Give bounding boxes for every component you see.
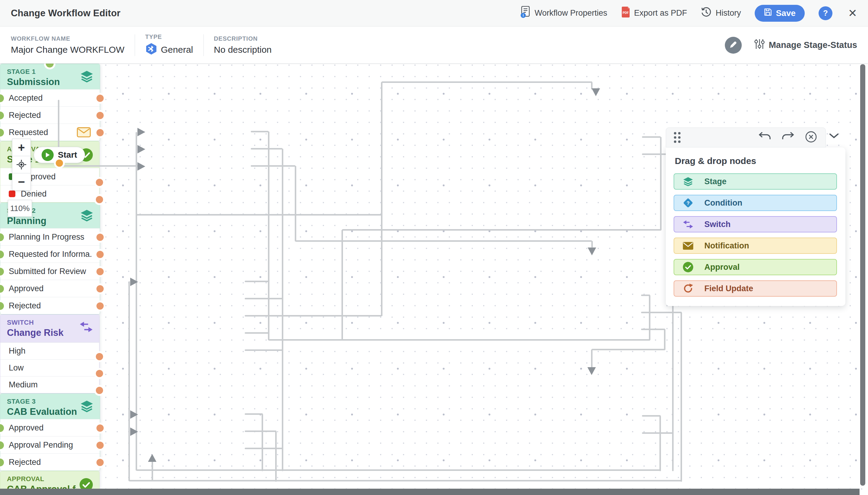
workflow-canvas[interactable]: + − 110% Start STAGE 1SubmissionAccepted… (0, 63, 868, 495)
workflow-meta-bar: WORKFLOW NAMEMajor Change WORKFLOWTYPEGe… (0, 27, 868, 63)
status-row-planning-in-progress[interactable]: Planning In Progress (0, 228, 100, 245)
node-chip-stage[interactable]: Stage (674, 173, 837, 190)
status-row-medium[interactable]: Medium (0, 376, 99, 393)
status-row-submitted-for-review[interactable]: Submitted for Review (0, 262, 100, 280)
history-button[interactable]: History (701, 7, 741, 20)
zoom-out-button[interactable]: − (12, 173, 31, 190)
manage-stage-status-label: Manage Stage-Status (769, 40, 857, 50)
start-node[interactable]: Start (34, 147, 85, 163)
row-input-port[interactable] (0, 112, 4, 119)
status-row-rejected[interactable]: Rejected (0, 106, 100, 124)
status-row-accepted[interactable]: Accepted (0, 89, 100, 106)
manage-stage-status-button[interactable]: Manage Stage-Status (754, 39, 857, 52)
connector-line (268, 339, 650, 341)
stage-node-stage1[interactable]: STAGE 1SubmissionAcceptedRejectedRequest… (0, 64, 100, 141)
node-header[interactable]: STAGE 1Submission (0, 64, 100, 89)
row-input-port[interactable] (0, 302, 4, 310)
switch-node-switch1[interactable]: SWITCHChange RiskHighLowMedium (0, 314, 100, 393)
sync-arrows-icon (682, 283, 694, 294)
connector-line (641, 329, 665, 330)
row-output-port[interactable] (97, 251, 104, 258)
connector-line (664, 329, 665, 350)
export-pdf-label: Export as PDF (634, 8, 687, 18)
fit-view-button[interactable] (12, 156, 31, 173)
save-button[interactable]: Save (755, 5, 804, 22)
help-label: ? (823, 8, 828, 18)
status-row-requested-for-informa[interactable]: Requested for Informa... (0, 245, 100, 262)
row-output-port[interactable] (97, 112, 104, 119)
close-editor-button[interactable]: ✕ (848, 8, 857, 19)
node-chip-field-update[interactable]: Field Update (674, 280, 837, 297)
redo-button[interactable] (781, 131, 794, 144)
row-output-port[interactable] (97, 285, 104, 292)
layers-icon (80, 400, 94, 414)
row-output-port[interactable] (96, 196, 103, 203)
node-header[interactable]: SWITCHChange Risk (0, 315, 99, 342)
row-output-port[interactable] (97, 129, 104, 136)
status-row-rejected[interactable]: Rejected (0, 297, 100, 314)
workflow-properties-button[interactable]: i Workflow Properties (521, 6, 607, 20)
status-label: Medium (9, 380, 38, 390)
row-input-port[interactable] (0, 129, 4, 137)
connector-arrow-icon (130, 278, 138, 286)
switch-arrows-icon (682, 220, 694, 229)
layers-icon (682, 177, 694, 186)
vertical-scrollbar[interactable] (860, 64, 865, 486)
play-icon (41, 149, 54, 161)
start-output-port[interactable] (56, 159, 63, 167)
row-output-port[interactable] (96, 353, 103, 360)
row-output-port[interactable] (96, 387, 103, 394)
row-output-port[interactable] (97, 442, 104, 449)
edit-workflow-button[interactable] (725, 37, 742, 54)
status-label: Accepted (9, 93, 43, 103)
zoom-controls: + − (12, 139, 31, 190)
status-row-approval-pending[interactable]: Approval Pending (0, 436, 100, 454)
stage-node-stage2[interactable]: STAGE 2PlanningPlanning In ProgressReque… (0, 203, 100, 314)
row-input-port[interactable] (0, 424, 4, 432)
node-chip-notification[interactable]: Notification (674, 238, 837, 254)
row-input-port[interactable] (0, 459, 4, 466)
connector-line (245, 413, 263, 415)
stage-node-stage3[interactable]: STAGE 3CAB EvaluationApprovedApproval Pe… (0, 393, 100, 471)
collapse-panel-button[interactable] (828, 132, 840, 141)
row-output-port[interactable] (97, 459, 104, 466)
node-chip-approval[interactable]: Approval (674, 259, 837, 275)
red-status-bullet (9, 190, 15, 197)
connector-line (660, 137, 662, 230)
row-output-port[interactable] (97, 234, 104, 241)
status-row-high[interactable]: High (0, 342, 99, 359)
row-input-port[interactable] (0, 441, 4, 449)
node-header[interactable]: STAGE 3CAB Evaluation (0, 394, 100, 419)
row-output-port[interactable] (96, 179, 103, 186)
row-output-port[interactable] (96, 370, 103, 377)
export-pdf-button[interactable]: PDF Export as PDF (621, 6, 687, 20)
row-input-port[interactable] (0, 251, 4, 258)
row-output-port[interactable] (97, 268, 104, 275)
row-output-port[interactable] (97, 425, 104, 432)
connector-line (245, 298, 283, 300)
status-row-rejected[interactable]: Rejected (0, 454, 100, 471)
row-input-port[interactable] (0, 95, 4, 102)
connector-line (659, 416, 661, 471)
clear-canvas-button[interactable] (804, 130, 818, 145)
horizontal-scrollbar[interactable] (0, 489, 860, 495)
row-input-port[interactable] (0, 285, 4, 293)
status-row-approved[interactable]: Approved (0, 280, 100, 297)
undo-button[interactable] (759, 131, 771, 144)
drag-handle-icon[interactable] (674, 132, 680, 143)
zoom-in-button[interactable]: + (12, 139, 31, 156)
row-output-port[interactable] (97, 302, 104, 310)
node-chip-condition[interactable]: ?Condition (674, 195, 837, 211)
status-row-low[interactable]: Low (0, 359, 99, 376)
row-output-port[interactable] (97, 95, 104, 102)
status-row-approved[interactable]: Approved (0, 419, 100, 436)
meta-divider (135, 34, 135, 56)
connector-arrow-icon (587, 367, 596, 375)
row-input-port[interactable] (0, 233, 4, 241)
row-input-port[interactable] (0, 268, 4, 275)
connector-line (649, 295, 650, 340)
node-chip-switch[interactable]: Switch (674, 216, 837, 233)
meta-field-type: TYPEGeneral (145, 33, 193, 57)
status-row-requested[interactable]: Requested (0, 124, 100, 141)
help-button[interactable]: ? (819, 6, 832, 20)
